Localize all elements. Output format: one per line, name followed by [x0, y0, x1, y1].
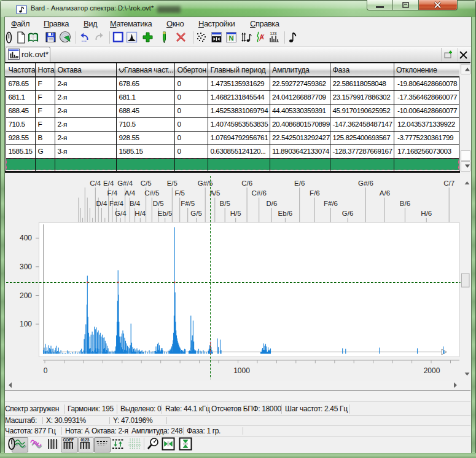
svg-text:G#/6: G#/6 — [358, 180, 373, 187]
svg-text:D/4: D/4 — [96, 200, 107, 207]
svg-text:COEF: COEF — [63, 438, 74, 442]
svg-text:B/6: B/6 — [400, 200, 410, 207]
svg-text:C/7: C/7 — [443, 180, 455, 187]
svg-text:0: 0 — [44, 366, 48, 375]
svg-text:H/4: H/4 — [135, 210, 146, 217]
svg-text:B/4: B/4 — [130, 200, 141, 207]
svg-text:100: 100 — [20, 320, 32, 328]
svg-text:F#/4: F#/4 — [109, 200, 124, 207]
svg-text:300: 300 — [20, 263, 32, 271]
svg-text:G/5: G/5 — [190, 210, 202, 217]
svg-text:G#/4: G#/4 — [117, 180, 133, 187]
svg-text:G/4: G/4 — [115, 210, 127, 217]
svg-text:F#/5: F#/5 — [181, 200, 195, 207]
svg-text:A/5: A/5 — [209, 189, 220, 197]
svg-text:H/5: H/5 — [230, 210, 241, 217]
svg-text:C/6: C/6 — [241, 180, 252, 187]
svg-text:C/5: C/5 — [141, 180, 152, 187]
svg-text:Eb/5: Eb/5 — [158, 210, 173, 217]
svg-text:200: 200 — [20, 291, 32, 300]
svg-text:1000: 1000 — [233, 366, 250, 375]
svg-text:C#/5: C#/5 — [144, 189, 159, 197]
svg-text:F/5: F/5 — [174, 189, 185, 197]
svg-text:E/4: E/4 — [103, 180, 114, 187]
svg-text:E/6: E/6 — [294, 180, 305, 187]
svg-text:C/4: C/4 — [90, 180, 101, 187]
svg-text:F/4: F/4 — [107, 189, 117, 197]
svg-text:2000: 2000 — [424, 366, 440, 375]
svg-text:G/6: G/6 — [342, 210, 354, 217]
svg-text:400: 400 — [20, 234, 32, 242]
svg-text:Eb/6: Eb/6 — [278, 210, 293, 217]
svg-text:A/6: A/6 — [380, 189, 390, 197]
svg-text:F#/6: F#/6 — [324, 200, 338, 207]
svg-text:C#/6: C#/6 — [252, 189, 267, 197]
svg-text:B/5: B/5 — [220, 200, 230, 207]
svg-text:0123: 0123 — [80, 438, 89, 442]
svg-text:E/5: E/5 — [167, 180, 178, 187]
svg-text:A/4: A/4 — [125, 189, 136, 197]
svg-text:D/5: D/5 — [153, 200, 164, 207]
svg-text:F/6: F/6 — [310, 189, 320, 197]
svg-text:H/6: H/6 — [421, 210, 432, 217]
svg-text:D/6: D/6 — [266, 200, 277, 207]
